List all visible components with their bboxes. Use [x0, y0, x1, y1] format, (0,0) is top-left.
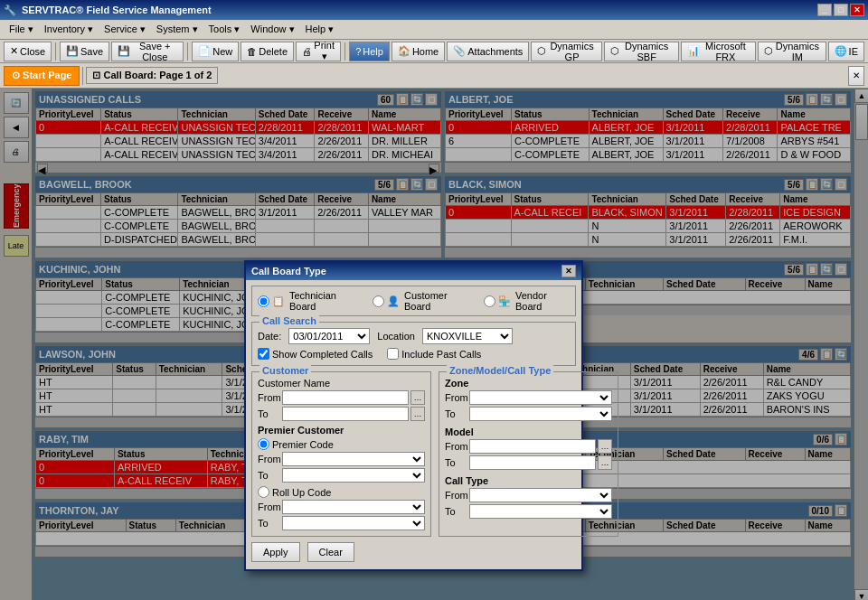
home-button[interactable]: 🏠 Home: [392, 42, 445, 61]
customer-name-group: Customer Name From … To …: [258, 378, 425, 421]
rollup-from-select[interactable]: [282, 500, 425, 514]
rollup-to-label: To: [258, 518, 280, 529]
menu-tools[interactable]: Tools ▾: [203, 22, 246, 37]
calltype-from-label: From: [445, 490, 467, 501]
premier-code-radio[interactable]: [258, 438, 269, 450]
calltype-to-label: To: [445, 506, 467, 517]
microsoft-frx-button[interactable]: 📊 Microsoft FRX: [681, 42, 757, 61]
menu-file[interactable]: File ▾: [4, 22, 39, 37]
toolbar-separator: [55, 42, 56, 61]
customer-from-input[interactable]: [282, 390, 409, 405]
customer-from-row: From …: [258, 390, 425, 405]
menu-inventory[interactable]: Inventory ▾: [39, 22, 99, 37]
vendor-board-radio[interactable]: [484, 295, 495, 307]
apply-button[interactable]: Apply: [251, 542, 300, 562]
menu-service[interactable]: Service ▾: [99, 22, 151, 37]
start-page-button[interactable]: ⊙ Start Page: [4, 66, 80, 86]
date-label: Date:: [258, 331, 281, 342]
calltype-from-row: From: [445, 488, 612, 502]
menu-system[interactable]: System ▾: [151, 22, 203, 37]
rollup-code-radio[interactable]: [258, 486, 269, 498]
help-button[interactable]: ? Help: [349, 42, 390, 61]
maximize-button[interactable]: □: [834, 4, 848, 16]
menu-bar: File ▾ Inventory ▾ Service ▾ System ▾ To…: [0, 20, 868, 40]
toolbar-separator-2: [187, 42, 188, 61]
save-button[interactable]: 💾 Save: [60, 42, 109, 61]
minimize-button[interactable]: _: [817, 4, 832, 16]
premier-code-radio-label[interactable]: Premier Code: [258, 438, 425, 450]
rollup-code-text: Roll Up Code: [272, 487, 331, 498]
vendor-board-radio-label[interactable]: 🏪 Vendor Board: [484, 290, 570, 312]
customer-to-browse-button[interactable]: …: [410, 407, 425, 421]
tech-board-icon: 📋: [272, 295, 285, 307]
premier-code-text: Premier Code: [272, 439, 334, 450]
ie-icon: 🌐: [835, 45, 847, 57]
rollup-code-group: Roll Up Code From To: [258, 486, 425, 530]
toolbar-separator-3: [344, 42, 345, 61]
model-from-input[interactable]: [469, 439, 596, 454]
date-location-row: Date: 03/01/2011 Location KNOXVILLE: [258, 328, 570, 344]
show-completed-label[interactable]: Show Completed Calls: [258, 348, 373, 360]
model-from-browse-button[interactable]: …: [598, 439, 612, 454]
delete-button[interactable]: 🗑 Delete: [241, 42, 294, 61]
rollup-code-radio-label[interactable]: Roll Up Code: [258, 486, 425, 498]
premier-to-label: To: [258, 470, 280, 481]
ie-button[interactable]: 🌐 IE: [828, 42, 864, 61]
premier-to-row: To: [258, 468, 425, 483]
customer-section-title: Customer: [259, 365, 311, 376]
board-type-section: 📋 Technician Board 👤 Customer Board 🏪 Ve…: [251, 286, 576, 316]
menu-help[interactable]: Help ▾: [300, 22, 340, 37]
window-controls[interactable]: _ □ ✕: [817, 4, 864, 16]
show-completed-text: Show Completed Calls: [272, 349, 373, 360]
customer-from-browse-button[interactable]: …: [410, 390, 425, 405]
premier-from-select[interactable]: [282, 452, 425, 466]
dialog-close-button[interactable]: ✕: [561, 265, 576, 277]
two-col-section: Customer Customer Name From … To: [251, 371, 576, 537]
model-from-row: From …: [445, 439, 612, 454]
model-to-browse-button[interactable]: …: [598, 455, 612, 470]
menu-window[interactable]: Window ▾: [245, 22, 299, 37]
calltype-to-select[interactable]: [469, 504, 612, 519]
tech-board-label: Technician Board: [289, 290, 358, 312]
vendor-board-icon: 🏪: [498, 295, 511, 307]
tech-board-radio-label[interactable]: 📋 Technician Board: [258, 290, 358, 312]
rollup-to-select[interactable]: [282, 516, 425, 530]
model-to-input[interactable]: [469, 455, 596, 470]
zone-from-select[interactable]: [469, 390, 612, 405]
model-label: Model: [445, 427, 612, 437]
include-past-checkbox[interactable]: [387, 348, 399, 360]
include-past-label[interactable]: Include Past Calls: [387, 348, 481, 360]
print-button[interactable]: 🖨 Print ▾: [296, 42, 341, 61]
checkboxes-row: Show Completed Calls Include Past Calls: [258, 348, 570, 360]
save-close-button[interactable]: 💾 Save + Close: [111, 42, 184, 61]
close-button[interactable]: ✕ Close: [4, 42, 52, 61]
attachments-button[interactable]: 📎 Attachments: [447, 42, 529, 61]
zone-to-select[interactable]: [469, 407, 612, 421]
new-button[interactable]: 📄 New: [192, 42, 239, 61]
dynamics-sbf-button[interactable]: ⬡ Dynamics SBF: [604, 42, 679, 61]
customer-board-radio-label[interactable]: 👤 Customer Board: [373, 290, 469, 312]
customer-to-input[interactable]: [282, 407, 409, 421]
zone-model-section: Zone/Model/Call Type Zone From To Model: [439, 371, 618, 537]
customer-board-radio[interactable]: [373, 295, 384, 307]
microsoft-frx-icon: 📊: [687, 45, 700, 57]
dynamics-im-button[interactable]: ⬡ Dynamics IM: [758, 42, 826, 61]
premier-to-select[interactable]: [282, 468, 425, 483]
location-label: Location: [377, 331, 415, 342]
include-past-text: Include Past Calls: [401, 349, 481, 360]
show-completed-checkbox[interactable]: [258, 348, 269, 360]
save-close-icon: 💾: [118, 45, 130, 57]
calltype-from-select[interactable]: [469, 488, 612, 502]
date-select[interactable]: 03/01/2011: [288, 328, 370, 344]
model-from-label: From: [445, 441, 467, 452]
dynamics-im-icon: ⬡: [764, 45, 773, 57]
call-board-tab[interactable]: ⊡ Call Board: Page 1 of 2: [86, 67, 218, 84]
nav-close-button[interactable]: ✕: [848, 66, 864, 86]
dynamics-gp-button[interactable]: ⬡ Dynamics GP: [531, 42, 601, 61]
dialog-title: Call Board Type: [251, 266, 326, 277]
tech-board-radio[interactable]: [258, 295, 269, 307]
clear-button[interactable]: Clear: [307, 542, 354, 562]
close-window-button[interactable]: ✕: [850, 4, 864, 16]
customer-board-icon: 👤: [387, 295, 400, 307]
location-select[interactable]: KNOXVILLE: [422, 328, 513, 344]
